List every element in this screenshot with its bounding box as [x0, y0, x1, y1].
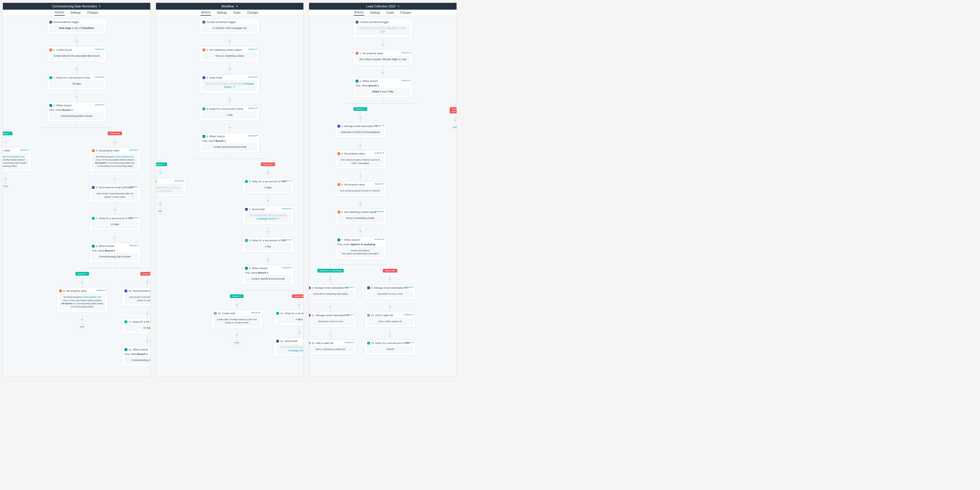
actions-menu[interactable]: Actions: [129, 216, 138, 219]
step-4[interactable]: 4. Set property value Actions Set contac…: [335, 150, 386, 169]
branch1-pill[interactable]: Branch 1: [75, 272, 89, 275]
step-3[interactable]: 3. If/then branch Actions First, check B…: [47, 102, 107, 122]
tab-changes[interactable]: Changes: [86, 10, 99, 15]
step-9[interactable]: 9. If/then branch Actions First, check B…: [242, 265, 293, 285]
nonemet-pill[interactable]: None met: [383, 269, 397, 272]
actions-menu[interactable]: Actions: [404, 341, 414, 344]
branch1-pill[interactable]: Branch 1: [156, 162, 167, 166]
step-1[interactable]: 1. Create record Actions Create ticket f…: [47, 46, 107, 62]
canvas[interactable]: Contact enrollment trigger has filled ou…: [309, 16, 457, 365]
actions-menu[interactable]: Actions: [95, 103, 104, 106]
trigger-card[interactable]: Deal enrollment trigger Deal stage is an…: [47, 19, 107, 34]
actions-menu[interactable]: Actions: [95, 48, 104, 51]
actions-menu[interactable]: Actions: [401, 51, 410, 54]
actions-menu[interactable]: Actions: [375, 183, 383, 185]
nonemet-pill[interactable]: None met: [292, 294, 304, 298]
step-13[interactable]: 13. Add to static list Actions Add to ma…: [309, 340, 356, 355]
actions-menu[interactable]: Actions: [345, 286, 354, 288]
step-6[interactable]: 6. Set marketing contact status Actions …: [335, 209, 386, 224]
tab-settings[interactable]: Settings: [369, 10, 380, 15]
step-3[interactable]: 3. Delay for a set amount of time Action…: [200, 105, 259, 121]
actions-menu[interactable]: Actions: [345, 341, 354, 344]
step-15[interactable]: 15. Delay for a set amount of time Actio…: [365, 340, 416, 355]
step-2[interactable]: 2. Delay for a set amount of time Action…: [47, 74, 107, 90]
step-7[interactable]: 7. Send email Actions Send email with op…: [242, 206, 293, 224]
step-1[interactable]: 1. Set marketing contact status Actions …: [200, 46, 259, 62]
actions-menu[interactable]: Actions: [375, 152, 383, 154]
actions-menu[interactable]: Actions: [282, 266, 291, 269]
step-2[interactable]: 2. Send email Actions Send email with op…: [200, 74, 259, 93]
canvas[interactable]: Contact enrollment trigger Is member of …: [156, 16, 304, 366]
step-8[interactable]: 8. If/then branch Actions First, check B…: [89, 243, 140, 262]
actions-menu[interactable]: Actions: [95, 76, 104, 78]
step-5[interactable]: 5. Set property value Actions Set contac…: [335, 181, 386, 196]
actions-menu[interactable]: Actions: [175, 180, 184, 182]
step-1[interactable]: 1. Set property value Actions Set contac…: [353, 50, 413, 65]
actions-menu[interactable]: Actions: [248, 134, 258, 137]
actions-menu[interactable]: Actions: [404, 313, 414, 316]
step-11[interactable]: 11. Delay for a set amount of time Actio…: [122, 318, 150, 334]
step-7[interactable]: 7. If/then branch Actions First, check O…: [335, 237, 386, 259]
trigger-card[interactable]: Contact enrollment trigger Is member of …: [200, 19, 259, 34]
tab-changes[interactable]: Changes: [399, 10, 412, 15]
actions-menu[interactable]: Actions: [248, 107, 258, 110]
edit-icon[interactable]: ✎: [397, 5, 399, 8]
step-6[interactable]: 6. Send internal email notification Acti…: [89, 184, 140, 202]
step-5[interactable]: 5. Set property value Actions Set ticket…: [89, 147, 140, 172]
step-12[interactable]: 12. Send email Actions Send email with o…: [274, 338, 304, 356]
actions-menu[interactable]: Actions: [345, 313, 354, 316]
actions-menu[interactable]: Actions: [248, 76, 258, 78]
step-7[interactable]: 7. Delay for a set amount of time Action…: [89, 215, 140, 230]
opted-pill[interactable]: Opted in to marketing: [317, 269, 344, 272]
actions-menu[interactable]: Actions: [375, 210, 383, 213]
nonemet-pill[interactable]: None met: [261, 162, 275, 166]
actions-menu[interactable]: Actions: [282, 207, 291, 210]
actions-menu[interactable]: Actions: [97, 289, 106, 291]
branch1-pill[interactable]: Branch 1: [230, 294, 243, 298]
actions-menu[interactable]: Actions: [251, 311, 260, 314]
actions-menu[interactable]: Actions: [20, 149, 29, 151]
tab-changes[interactable]: Changes: [247, 10, 259, 15]
tab-actions[interactable]: Actions: [353, 10, 364, 16]
tab-actions[interactable]: Actions: [54, 10, 65, 16]
step-5[interactable]: 5. Create task Actions Create task "Arra…: [156, 178, 186, 196]
step-6[interactable]: 6. Delay for a set amount of time Action…: [242, 178, 293, 193]
actions-menu[interactable]: Actions: [375, 124, 383, 127]
nonemet-pill[interactable]: None met: [450, 107, 457, 113]
actions-menu[interactable]: Actions: [401, 79, 410, 82]
step-3[interactable]: 3. Manage email subscription st... Actio…: [335, 123, 386, 138]
actions-menu[interactable]: Actions: [129, 244, 138, 247]
nonemet-pill[interactable]: None met: [108, 132, 122, 135]
tab-settings[interactable]: Settings: [70, 10, 81, 15]
actions-menu[interactable]: Actions: [375, 238, 383, 240]
tab-settings[interactable]: Settings: [216, 10, 228, 15]
actions-menu[interactable]: Actions: [404, 286, 414, 288]
step-11[interactable]: 11. Delay for a set amount of time Actio…: [274, 310, 304, 325]
tab-actions[interactable]: Actions: [200, 10, 211, 16]
step-4[interactable]: 4. If/then branch Actions First, check B…: [200, 133, 259, 153]
branch1-pill[interactable]: Branch 1: [353, 107, 367, 111]
actions-menu[interactable]: Actions: [129, 185, 138, 188]
actions-menu[interactable]: Actions: [129, 149, 138, 151]
actions-menu[interactable]: Actions: [282, 180, 291, 182]
step-9[interactable]: 9. Set property value Actions Set ticket…: [57, 288, 108, 312]
step-2[interactable]: 2. If/then branch Actions First, check B…: [353, 78, 413, 97]
edit-icon[interactable]: ✎: [99, 5, 101, 8]
step-11[interactable]: 11. Manage email subscription st... Acti…: [309, 312, 356, 327]
branch1-pill[interactable]: Branch 1: [3, 132, 13, 135]
canvas[interactable]: Deal enrollment trigger Deal stage is an…: [3, 16, 150, 376]
step-10[interactable]: 10. Send internal email notification Act…: [122, 288, 150, 306]
actions-menu[interactable]: Actions: [248, 48, 258, 51]
edit-icon[interactable]: ✎: [236, 5, 238, 8]
step-12[interactable]: 12. Add to static list Actions Add to st…: [365, 312, 416, 327]
step-12[interactable]: 12. If/then branch Actions First, check …: [122, 346, 150, 366]
step-4[interactable]: 4. Set property value Actions Set ticket…: [3, 147, 31, 172]
step-8[interactable]: 8. Delay for a set amount of time Action…: [242, 237, 293, 252]
step-9[interactable]: 9. Manage email subscription st... Actio…: [365, 285, 416, 299]
trigger-card[interactable]: Contact enrollment trigger has filled ou…: [353, 19, 413, 37]
step-8[interactable]: 8. Manage email subscription st... Actio…: [309, 285, 356, 299]
tab-goals[interactable]: Goals: [386, 10, 394, 15]
step-10[interactable]: 10. Create task Actions Create task "Arr…: [211, 310, 262, 328]
nonemet-pill[interactable]: None met: [140, 272, 150, 275]
actions-menu[interactable]: Actions: [282, 239, 291, 241]
